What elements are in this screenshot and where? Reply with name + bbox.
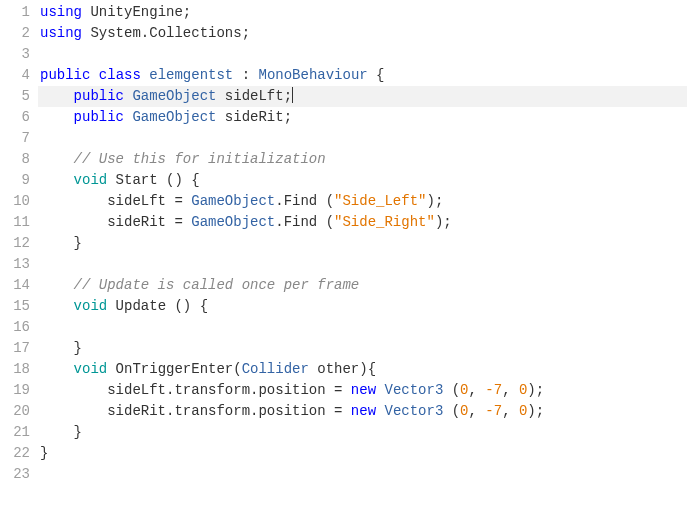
code-line[interactable]: sideLft = GameObject.Find ("Side_Left");: [38, 191, 687, 212]
token-punct: ,: [469, 382, 486, 398]
token-punct: [90, 67, 98, 83]
token-type: Vector3: [384, 403, 443, 419]
token-punct: .: [141, 25, 149, 41]
token-punct: {: [368, 67, 385, 83]
token-punct: }: [40, 235, 82, 251]
line-number: 4: [4, 65, 30, 86]
token-punct: ,: [502, 382, 519, 398]
token-str: "Side_Left": [334, 193, 426, 209]
token-num: -7: [485, 403, 502, 419]
code-area[interactable]: using UnityEngine;using System.Collectio…: [38, 0, 687, 505]
token-punct: UnityEngine: [82, 4, 183, 20]
code-line[interactable]: }: [38, 422, 687, 443]
token-type: GameObject: [132, 109, 216, 125]
token-punct: [40, 151, 74, 167]
token-punct: ;: [183, 4, 191, 20]
code-line[interactable]: public GameObject sideRit;: [38, 107, 687, 128]
line-number: 1: [4, 2, 30, 23]
code-line[interactable]: public GameObject sideLft;: [38, 86, 687, 107]
token-punct: [40, 298, 74, 314]
code-line[interactable]: [38, 128, 687, 149]
token-punct: ,: [502, 403, 519, 419]
token-punct: OnTriggerEnter(: [107, 361, 241, 377]
token-kw-teal: void: [74, 172, 108, 188]
token-punct: }: [40, 445, 48, 461]
line-number: 23: [4, 464, 30, 485]
token-punct: ,: [469, 403, 486, 419]
line-number: 10: [4, 191, 30, 212]
token-type: GameObject: [191, 214, 275, 230]
code-line[interactable]: // Use this for initialization: [38, 149, 687, 170]
token-punct: );: [435, 214, 452, 230]
token-kw-blue: new: [351, 403, 376, 419]
token-punct: .Find (: [275, 193, 334, 209]
token-kw-blue: public: [40, 67, 90, 83]
token-punct: [40, 172, 74, 188]
code-line[interactable]: public class elemgentst : MonoBehaviour …: [38, 65, 687, 86]
code-editor[interactable]: 1234567891011121314151617181920212223 us…: [0, 0, 687, 505]
token-punct: }: [40, 340, 82, 356]
text-cursor: [292, 87, 293, 103]
token-kw-blue: using: [40, 25, 82, 41]
token-comment: // Update is called once per frame: [74, 277, 360, 293]
token-str: "Side_Right": [334, 214, 435, 230]
line-number: 6: [4, 107, 30, 128]
token-punct: [141, 67, 149, 83]
code-line[interactable]: }: [38, 233, 687, 254]
token-punct: sideRit.transform.position =: [40, 403, 351, 419]
token-punct: (: [443, 403, 460, 419]
code-line[interactable]: // Update is called once per frame: [38, 275, 687, 296]
line-number: 21: [4, 422, 30, 443]
token-punct: Collections: [149, 25, 241, 41]
token-num: 0: [460, 382, 468, 398]
code-line[interactable]: void Start () {: [38, 170, 687, 191]
token-punct: Update () {: [107, 298, 208, 314]
token-kw-blue: new: [351, 382, 376, 398]
token-punct: );: [426, 193, 443, 209]
code-line[interactable]: void OnTriggerEnter(Collider other){: [38, 359, 687, 380]
line-number: 19: [4, 380, 30, 401]
code-line[interactable]: }: [38, 443, 687, 464]
line-number: 5: [4, 86, 30, 107]
line-number: 13: [4, 254, 30, 275]
token-punct: );: [527, 382, 544, 398]
line-number: 15: [4, 296, 30, 317]
token-punct: (: [443, 382, 460, 398]
line-number: 14: [4, 275, 30, 296]
line-number: 11: [4, 212, 30, 233]
line-number: 9: [4, 170, 30, 191]
code-line[interactable]: [38, 44, 687, 65]
token-comment: // Use this for initialization: [74, 151, 326, 167]
token-punct: [40, 109, 74, 125]
token-type: Vector3: [384, 382, 443, 398]
token-punct: [40, 361, 74, 377]
token-punct: other){: [309, 361, 376, 377]
code-line[interactable]: sideRit = GameObject.Find ("Side_Right")…: [38, 212, 687, 233]
token-punct: System: [82, 25, 141, 41]
code-line[interactable]: sideRit.transform.position = new Vector3…: [38, 401, 687, 422]
line-number: 17: [4, 338, 30, 359]
token-type: elemgentst: [149, 67, 233, 83]
line-number: 18: [4, 359, 30, 380]
token-punct: [40, 277, 74, 293]
token-kw-blue: class: [99, 67, 141, 83]
line-number-gutter: 1234567891011121314151617181920212223: [0, 0, 38, 505]
code-line[interactable]: }: [38, 338, 687, 359]
code-line[interactable]: using UnityEngine;: [38, 2, 687, 23]
token-num: 0: [460, 403, 468, 419]
code-line[interactable]: using System.Collections;: [38, 23, 687, 44]
token-punct: sideRit;: [216, 109, 292, 125]
code-line[interactable]: [38, 464, 687, 485]
token-num: -7: [485, 382, 502, 398]
token-punct: ;: [242, 25, 250, 41]
token-punct: .Find (: [275, 214, 334, 230]
token-kw-teal: void: [74, 361, 108, 377]
code-line[interactable]: void Update () {: [38, 296, 687, 317]
code-line[interactable]: [38, 254, 687, 275]
token-kw-blue: public: [74, 88, 124, 104]
line-number: 12: [4, 233, 30, 254]
code-line[interactable]: sideLft.transform.position = new Vector3…: [38, 380, 687, 401]
token-type: GameObject: [132, 88, 216, 104]
token-punct: :: [233, 67, 258, 83]
code-line[interactable]: [38, 317, 687, 338]
